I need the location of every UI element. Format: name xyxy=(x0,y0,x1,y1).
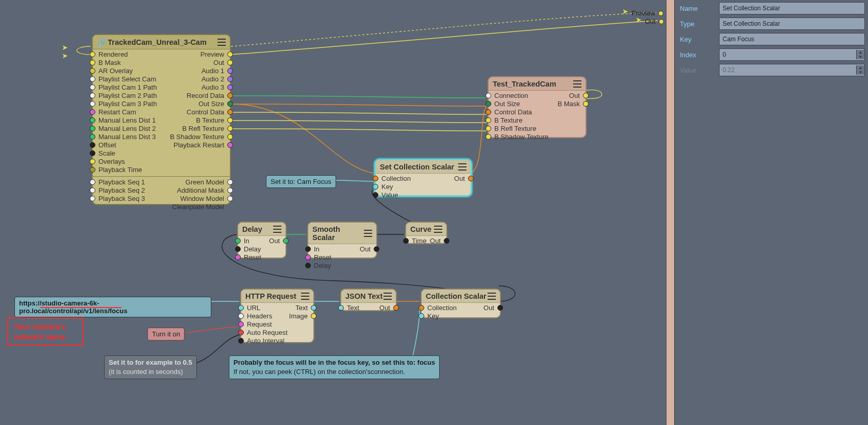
port-in[interactable]: In xyxy=(314,245,320,253)
node-smooth-scalar[interactable]: Smooth Scalar In Reset Delay Out xyxy=(307,222,377,259)
port-setcol-out[interactable]: Out xyxy=(454,175,465,182)
port-out[interactable]: Out xyxy=(213,59,224,66)
port-json-out[interactable]: Out xyxy=(379,304,390,312)
port-collection[interactable]: Collection xyxy=(381,175,411,182)
node-set-collection-scalar[interactable]: Set Collection Scalar Collection Key Val… xyxy=(374,159,472,197)
port-headers[interactable]: Headers xyxy=(247,312,272,320)
node-menu-icon[interactable] xyxy=(218,39,226,46)
prop-value-key[interactable]: Cam Focus xyxy=(719,33,865,45)
port-brefl[interactable]: B Refl Texture xyxy=(182,125,224,132)
port-playlist3[interactable]: Playlist Cam 3 Path xyxy=(98,100,157,108)
port-playlist-select[interactable]: Playlist Select Cam xyxy=(98,75,156,83)
port-addmask[interactable]: Additional Mask xyxy=(177,186,224,194)
port-audio3[interactable]: Audio 3 xyxy=(202,83,224,91)
port-json-text[interactable]: Text xyxy=(347,304,359,312)
port-seq2[interactable]: Playback Seq 2 xyxy=(98,186,145,194)
port-col-out[interactable]: Out xyxy=(483,304,494,312)
node-delay[interactable]: Delay In Delay Reset Out xyxy=(237,222,287,259)
port-curve-out[interactable]: Out xyxy=(430,237,441,245)
port-btex-in[interactable]: B Texture xyxy=(494,116,523,124)
port-delay[interactable]: Delay xyxy=(244,245,261,253)
port-green-model[interactable]: Green Model xyxy=(186,178,224,186)
node-menu-icon[interactable] xyxy=(488,293,496,300)
port-scale[interactable]: Scale xyxy=(98,149,115,157)
port-cleanplate[interactable]: Cleanplate Model xyxy=(172,203,224,211)
arrow-icon: ➤ xyxy=(636,17,642,22)
node-menu-icon[interactable] xyxy=(458,163,466,171)
port-playback-restart[interactable]: Playback Restart xyxy=(174,141,224,149)
node-menu-icon[interactable] xyxy=(364,230,372,237)
node-title: JSON Text xyxy=(345,292,382,300)
port-btex[interactable]: B Texture xyxy=(196,116,224,124)
node-graph-canvas[interactable]: 🔗TrackedCam_Unreal_3-Cam Rendered B Mask… xyxy=(0,0,666,425)
arrow-icon: ➤ xyxy=(622,9,628,14)
node-curve[interactable]: Curve Time Out xyxy=(405,222,447,244)
port-col-key[interactable]: Key xyxy=(427,312,439,320)
port-time[interactable]: Time xyxy=(412,237,426,245)
port-control[interactable]: Control Data xyxy=(187,108,224,116)
port-col-collection[interactable]: Collection xyxy=(427,304,457,312)
port-image[interactable]: Image xyxy=(289,312,308,320)
node-menu-icon[interactable] xyxy=(301,293,309,300)
port-preview[interactable]: Preview xyxy=(201,50,224,58)
prop-value-index[interactable]: 0 xyxy=(720,49,856,60)
node-title: Collection Scalar xyxy=(426,292,487,300)
port-test-out[interactable]: Out xyxy=(569,92,580,99)
bar-port-preview[interactable]: Preview xyxy=(631,9,655,17)
dock-bar[interactable]: Preview Out ➤ ➤ xyxy=(666,0,675,425)
port-audio1[interactable]: Audio 1 xyxy=(202,67,224,75)
port-url[interactable]: URL xyxy=(247,304,260,312)
node-collection-scalar[interactable]: Collection Scalar Collection Key Out xyxy=(421,288,501,318)
port-lens2[interactable]: Manual Lens Dist 2 xyxy=(98,125,156,132)
port-playlist2[interactable]: Playlist Cam 2 Path xyxy=(98,92,157,99)
spinner[interactable]: ▲▼ xyxy=(856,50,864,59)
port-lens3[interactable]: Manual Lens Dist 3 xyxy=(98,133,156,141)
port-outsize[interactable]: Out Size xyxy=(198,100,224,108)
port-auto-interval[interactable]: Auto Interval xyxy=(247,337,285,345)
port-delay-out[interactable]: Out xyxy=(269,237,280,245)
prop-value-name[interactable]: Set Collection Scalar xyxy=(719,2,865,14)
port-key[interactable]: Key xyxy=(381,183,393,191)
spinner-down-icon[interactable]: ▼ xyxy=(857,55,864,59)
port-offset[interactable]: Offset xyxy=(98,141,116,149)
node-menu-icon[interactable] xyxy=(573,80,581,88)
port-reset[interactable]: Reset xyxy=(244,253,261,261)
port-reset[interactable]: Reset xyxy=(314,253,331,261)
port-ar-overlay[interactable]: AR Overlay xyxy=(98,67,132,75)
port-auto-request[interactable]: Auto Request xyxy=(247,329,288,336)
port-delay[interactable]: Delay xyxy=(314,262,331,269)
node-menu-icon[interactable] xyxy=(383,293,392,300)
node-menu-icon[interactable] xyxy=(273,226,281,233)
port-value[interactable]: Value xyxy=(381,191,398,199)
port-request[interactable]: Request xyxy=(247,320,272,328)
node-json-text[interactable]: JSON Text Text Out xyxy=(340,288,397,311)
node-http-request[interactable]: HTTP Request URL Headers Request Auto Re… xyxy=(240,288,314,343)
port-overlays[interactable]: Overlays xyxy=(98,158,125,165)
port-in[interactable]: In xyxy=(244,237,249,245)
port-audio2[interactable]: Audio 2 xyxy=(202,75,224,83)
port-test-bmask[interactable]: B Mask xyxy=(558,100,580,108)
port-bshadow-in[interactable]: B Shadow Texture xyxy=(494,133,548,141)
port-connection[interactable]: Connection xyxy=(494,92,528,99)
port-window-model[interactable]: Window Model xyxy=(180,195,224,202)
bar-port-out[interactable]: Out xyxy=(645,18,656,25)
node-trackedcam-unreal[interactable]: 🔗TrackedCam_Unreal_3-Cam Rendered B Mask… xyxy=(92,34,231,205)
port-outsize-in[interactable]: Out Size xyxy=(494,100,520,108)
port-lens1[interactable]: Manual Lens Dist 1 xyxy=(98,116,156,124)
port-text[interactable]: Text xyxy=(295,304,308,312)
port-brefl-in[interactable]: B Refl Texture xyxy=(494,125,536,132)
node-menu-icon[interactable] xyxy=(434,226,442,233)
port-rendered[interactable]: Rendered xyxy=(98,50,128,58)
spinner-up-icon[interactable]: ▲ xyxy=(857,50,864,55)
port-bshadow[interactable]: B Shadow Texture xyxy=(170,133,224,141)
port-playback-time[interactable]: Playback Time xyxy=(98,166,142,174)
port-smooth-out[interactable]: Out xyxy=(360,245,371,253)
port-seq3[interactable]: Playback Seq 3 xyxy=(98,195,145,202)
node-test-trackedcam[interactable]: Test_TrackedCam Connection Out Size Cont… xyxy=(488,76,587,138)
port-controldata-in[interactable]: Control Data xyxy=(494,108,532,116)
port-seq1[interactable]: Playback Seq 1 xyxy=(98,178,145,186)
port-bmask-in[interactable]: B Mask xyxy=(98,59,121,66)
port-record[interactable]: Record Data xyxy=(187,92,224,99)
port-playlist1[interactable]: Playlist Cam 1 Path xyxy=(98,83,157,91)
port-restart-cam[interactable]: Restart Cam xyxy=(98,108,136,116)
